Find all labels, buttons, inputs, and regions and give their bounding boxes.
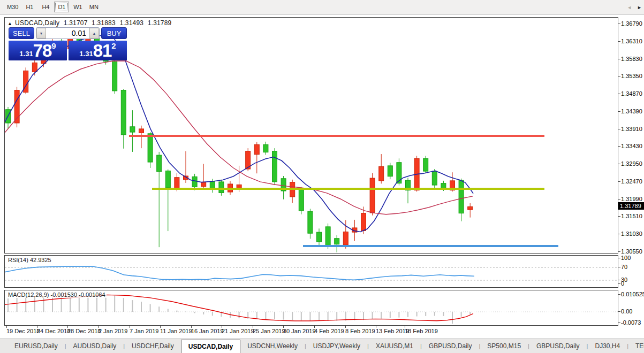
buy-price-pipette: 2 [111,41,116,50]
chart-info-line: ▲USDCAD,Daily 1.31707 1.31883 1.31493 1.… [7,19,174,27]
buy-price-box[interactable]: 1.31 81 2 [69,41,127,60]
macd-scale-label: 0.010525 [621,291,644,297]
tab-scroll-left-icon[interactable]: ◄ [627,5,632,10]
date-label: 16 Jan 2019 [191,328,224,334]
price-tick-label: 1.30550 [621,248,642,255]
timeframe-button-h4[interactable]: H4 [38,2,53,12]
macd-title: MACD(12,26,9) -0.001530 -0.001064 [7,291,107,298]
date-label: 18 Feb 2019 [405,328,438,334]
timeframe-button-mn[interactable]: MN [86,2,101,12]
sell-price-digits: 78 [33,42,52,59]
buy-price-prefix: 1.31 [79,50,93,58]
price-tick-label: 1.31990 [621,196,642,202]
date-label: 28 Dec 2018 [67,328,101,334]
symbol-tab-sp500-m15[interactable]: SP500,M15 [480,339,528,353]
ohlc-high: 1.31883 [92,19,116,27]
symbol-arrow-icon: ▲ [7,21,12,26]
date-label: 11 Jan 2019 [160,328,192,334]
sell-price-prefix: 1.31 [19,50,33,58]
chart-symbol: USDCAD,Daily [15,19,59,27]
timeframe-button-w1[interactable]: W1 [70,2,85,12]
price-tick-label: 1.32470 [621,178,642,185]
price-tick-label: 1.31510 [621,213,642,219]
date-label: 25 Jan 2019 [253,328,285,334]
timeframe-button-d1[interactable]: D1 [54,2,69,12]
rsi-pane[interactable]: RSI(14) 42.9325 [4,255,618,288]
buy-price-digits: 81 [93,42,112,59]
lot-decrease-button[interactable]: ▼ [36,28,46,39]
price-tick-label: 1.32950 [621,160,642,167]
lot-increase-button[interactable]: ▲ [89,28,99,39]
date-label: 24 Dec 2018 [37,328,70,334]
price-tick-label: 1.33430 [621,143,642,149]
date-label: 2 Jan 2019 [99,328,127,334]
symbol-tab-bar: EURUSD,Daily|AUDUSD,Daily|USDCHF,DailyUS… [0,339,644,353]
macd-scale-label: -0.0073 [621,319,641,326]
sell-button[interactable]: SELL [9,27,34,39]
tab-scroll-buttons: ◄ ► [627,0,642,14]
rsi-scale-label: 100 [621,255,631,261]
lot-size-input[interactable] [46,28,89,39]
rsi-title: RSI(14) 42.9325 [7,257,52,263]
sell-price-box[interactable]: 1.31 78 9 [9,41,67,60]
current-price-tag: 1.31789 [618,202,644,210]
symbol-tab-xauusd-m1[interactable]: XAUUSD,M1 [369,339,420,353]
date-label: 8 Feb 2019 [345,328,375,334]
date-label: 13 Feb 2019 [376,328,409,334]
symbol-tab-eurusd-daily[interactable]: EURUSD,Daily [7,339,65,353]
rsi-scale-label: 70 [621,264,627,270]
date-label: 7 Jan 2019 [130,328,158,334]
symbol-tab-usdjpy-weekly[interactable]: USDJPY,Weekly [306,339,367,353]
date-label: 30 Jan 2019 [283,328,316,334]
price-tick-label: 1.33910 [621,126,642,132]
timeframe-button-h1[interactable]: H1 [22,2,37,12]
chevron-up-icon: ▲ [93,32,96,35]
date-label: 21 Jan 2019 [222,328,254,334]
tab-scroll-right-icon[interactable]: ► [637,5,642,10]
date-label: 19 Dec 2018 [6,328,40,334]
symbol-tab-audusd-daily[interactable]: AUDUSD,Daily [66,339,124,353]
sell-price-pipette: 9 [51,41,56,50]
symbol-tab-gbpusd-daily[interactable]: GBPUSD,Daily [422,339,479,353]
rsi-scale-label: 0 [621,280,624,287]
trading-terminal: M30H1H4D1W1MN ▲USDCAD,Daily 1.31707 1.31… [0,0,644,353]
ohlc-open: 1.31707 [64,19,88,27]
price-tick-label: 1.31030 [621,231,642,237]
macd-pane[interactable]: MACD(12,26,9) -0.001530 -0.001064 [4,290,618,326]
price-tick-label: 1.34390 [621,108,642,114]
ohlc-close: 1.31789 [148,19,172,27]
symbol-tab-dj30-h4[interactable]: DJ30,H4 [588,339,627,353]
price-scale[interactable]: 1.367901.363101.358301.353501.348701.343… [619,17,644,338]
rsi-chart[interactable] [5,256,618,287]
lot-size-spinner: ▼ ▲ [36,27,100,39]
symbol-tab-tech10[interactable]: TECH10 [628,339,644,353]
one-click-trade-panel: SELL ▼ ▲ BUY 1.31 78 9 1.31 81 2 [9,27,127,60]
buy-button[interactable]: BUY [101,27,127,39]
main-chart-pane[interactable]: ▲USDCAD,Daily 1.31707 1.31883 1.31493 1.… [4,17,618,254]
price-tick-label: 1.35350 [621,73,642,79]
macd-scale-label: 0.00 [621,308,632,314]
date-label: 4 Feb 2019 [314,328,344,334]
timeframe-button-m30[interactable]: M30 [4,2,21,12]
symbol-tab-usdcnh-weekly[interactable]: USDCNH,Weekly [240,339,305,353]
timeframe-toolbar: M30H1H4D1W1MN [0,0,644,14]
price-tick-label: 1.36790 [621,20,642,27]
chevron-down-icon: ▼ [40,32,43,35]
price-tick-label: 1.34870 [621,90,642,97]
ohlc-low: 1.31493 [119,19,143,27]
symbol-tab-usdcad-daily[interactable]: USDCAD,Daily [181,340,240,353]
symbol-tab-usdchf-daily[interactable]: USDCHF,Daily [125,339,181,353]
price-tick-label: 1.35830 [621,56,642,62]
symbol-tab-gbpusd-daily[interactable]: GBPUSD,Daily [529,339,587,353]
price-tick-label: 1.36310 [621,38,642,44]
date-axis[interactable]: 19 Dec 201824 Dec 201828 Dec 20182 Jan 2… [4,326,618,337]
